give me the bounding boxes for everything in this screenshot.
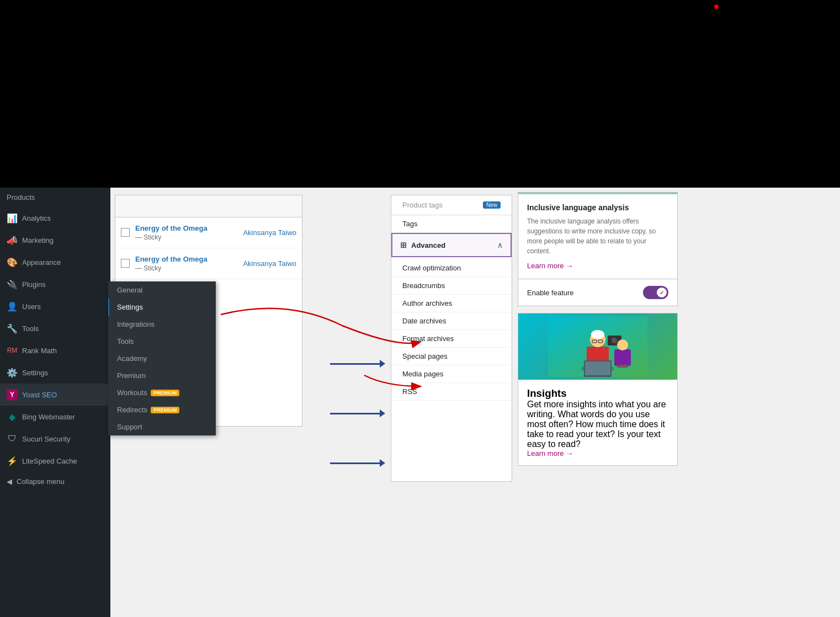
svg-rect-12 (614, 349, 631, 366)
rankmath-label: Rank Math (22, 347, 57, 355)
advanced-header-label: Advanced (411, 241, 445, 249)
sidebar-item-collapse[interactable]: ◀ Collapse menu (0, 472, 110, 491)
post-author[interactable]: Akinsanya Taiwo (243, 228, 296, 237)
inclusive-language-description: The inclusive language analysis offers s… (527, 216, 668, 256)
sidebar-item-tools[interactable]: 🔧 Tools (0, 317, 110, 339)
product-tags-new-badge: New (483, 201, 501, 209)
submenu-general[interactable]: General (108, 281, 216, 299)
advanced-special-pages-item[interactable]: Special pages (391, 348, 512, 365)
right-sidebar: Inclusive language analysis The inclusiv… (518, 192, 678, 613)
users-label: Users (22, 302, 41, 311)
workouts-premium-badge: Premium (151, 390, 180, 396)
post-title[interactable]: Energy of the Omega (135, 224, 208, 233)
advanced-crawl-item[interactable]: Crawl optimization (391, 259, 512, 277)
submenu-academy[interactable]: Academy (108, 350, 216, 367)
products-label: Products (7, 193, 35, 201)
inclusive-language-learn-more[interactable]: Learn more → (527, 262, 668, 270)
litespeed-label: LiteSpeed Cache (22, 457, 77, 465)
sidebar-item-yoast[interactable]: Y Yoast SEO (0, 384, 110, 406)
insights-svg (548, 316, 647, 377)
sidebar-item-users[interactable]: 👤 Users (0, 295, 110, 317)
sidebar-item-sucuri[interactable]: 🛡 Sucuri Security (0, 428, 110, 450)
product-tags-row: Product tags New (391, 195, 512, 215)
sidebar-item-bing[interactable]: ◆ Bing Webmaster (0, 406, 110, 428)
inclusive-language-card: Inclusive language analysis The inclusiv… (518, 192, 678, 279)
arrow-head-3 (380, 459, 385, 467)
sidebar-item-analytics[interactable]: 📊 Analytics (0, 207, 110, 229)
yoast-label: Yoast SEO (22, 391, 57, 399)
advanced-tags-item[interactable]: Tags (391, 215, 512, 233)
learn-more-arrow-icon: → (566, 262, 573, 270)
insights-illustration (518, 313, 677, 380)
collapse-icon: ◀ (7, 477, 12, 486)
svg-rect-11 (585, 361, 610, 375)
enable-feature-toggle[interactable]: ✓ (643, 286, 668, 299)
plugins-label: Plugins (22, 280, 46, 289)
post-author-2[interactable]: Akinsanya Taiwo (243, 259, 296, 268)
svg-rect-14 (617, 365, 628, 368)
sidebar-item-rankmath[interactable]: RM Rank Math (0, 339, 110, 361)
settings-label: Settings (22, 369, 48, 377)
svg-point-9 (612, 338, 617, 343)
advanced-format-archives-item[interactable]: Format archives (391, 330, 512, 348)
advanced-author-archives-item[interactable]: Author archives (391, 295, 512, 312)
arrow-line-2 (330, 413, 380, 414)
advanced-media-pages-item[interactable]: Media pages (391, 365, 512, 383)
submenu-tools[interactable]: Tools (108, 333, 216, 350)
arrow-head-1 (380, 360, 385, 368)
submenu-support[interactable]: Support (108, 418, 216, 435)
tools-icon: 🔧 (7, 323, 18, 334)
advanced-chevron-icon: ∧ (497, 241, 503, 249)
advanced-header-left: ⊞ Advanced (400, 241, 445, 249)
notification-dot (714, 4, 719, 9)
submenu-integrations[interactable]: Integrations (108, 316, 216, 333)
rankmath-icon: RM (7, 345, 18, 356)
row-checkbox[interactable] (121, 228, 130, 237)
submenu-redirects[interactable]: Redirects Premium (108, 401, 216, 418)
yoast-icon: Y (7, 389, 18, 400)
settings-icon: ⚙️ (7, 367, 18, 378)
sidebar-item-appearance[interactable]: 🎨 Appearance (0, 251, 110, 273)
submenu-workouts[interactable]: Workouts Premium (108, 384, 216, 401)
arrow-line-3 (330, 462, 380, 464)
appearance-icon: 🎨 (7, 257, 18, 268)
insights-learn-more[interactable]: Learn more → (527, 449, 668, 458)
enable-feature-label: Enable feature (527, 289, 574, 297)
advanced-date-archives-item[interactable]: Date archives (391, 312, 512, 330)
yoast-submenu: General Settings Integrations Tools Acad… (108, 281, 216, 435)
sidebar-item-products[interactable]: Products (0, 188, 110, 207)
analytics-icon: 📊 (7, 212, 18, 224)
posts-table-header (115, 195, 302, 217)
advanced-items-list: Crawl optimization Breadcrumbs Author ar… (391, 257, 512, 403)
table-row: Energy of the Omega — Sticky Akinsanya T… (115, 248, 302, 279)
users-icon: 👤 (7, 301, 18, 312)
insights-card: Insights Get more insights into what you… (518, 313, 678, 466)
post-title-2[interactable]: Energy of the Omega (135, 255, 208, 264)
litespeed-icon: ⚡ (7, 455, 18, 466)
advanced-sliders-icon: ⊞ (400, 241, 407, 249)
advanced-breadcrumbs-item[interactable]: Breadcrumbs (391, 277, 512, 295)
plugins-icon: 🔌 (7, 279, 18, 290)
submenu-settings[interactable]: Settings (108, 299, 216, 316)
arrow-right-1 (330, 358, 385, 369)
collapse-label: Collapse menu (17, 477, 65, 486)
submenu-premium[interactable]: Premium (108, 367, 216, 384)
insights-description: Get more insights into what you are writ… (527, 400, 668, 449)
marketing-label: Marketing (22, 236, 54, 244)
advanced-header[interactable]: ⊞ Advanced ∧ (391, 233, 512, 257)
sidebar-item-settings[interactable]: ⚙️ Settings (0, 361, 110, 384)
sucuri-label: Sucuri Security (22, 435, 70, 443)
table-row: Energy of the Omega — Sticky Akinsanya T… (115, 217, 302, 248)
sidebar-item-litespeed[interactable]: ⚡ LiteSpeed Cache (0, 450, 110, 472)
sidebar-item-plugins[interactable]: 🔌 Plugins (0, 273, 110, 295)
insights-content: Insights Get more insights into what you… (518, 380, 677, 465)
insights-title: Insights (527, 387, 668, 400)
sidebar: Products 📊 Analytics 📣 Marketing 🎨 Appea… (0, 188, 110, 617)
advanced-rss-item[interactable]: RSS (391, 383, 512, 401)
post-subtitle: — Sticky (135, 233, 208, 241)
sidebar-item-marketing[interactable]: 📣 Marketing (0, 229, 110, 251)
arrow-head-2 (380, 409, 385, 417)
enable-feature-row: Enable feature ✓ (518, 279, 678, 306)
row-checkbox-2[interactable] (121, 259, 130, 268)
product-tags-label: Product tags (402, 201, 443, 209)
